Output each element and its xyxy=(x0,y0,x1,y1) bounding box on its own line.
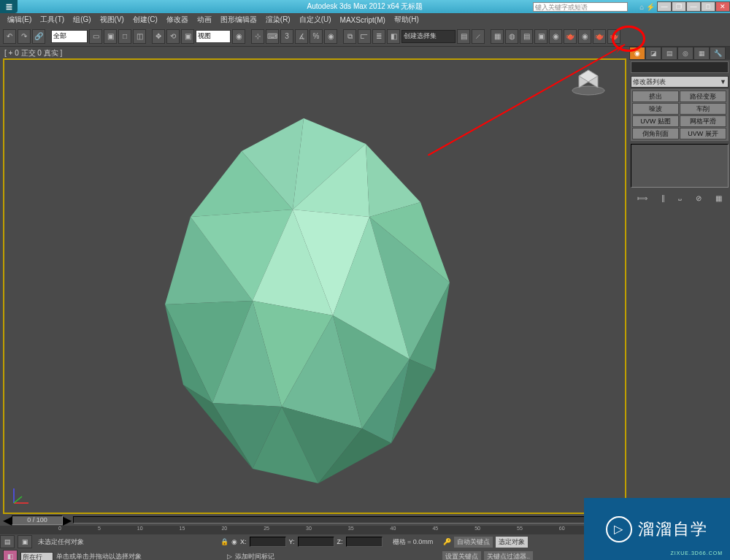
menu-modifiers[interactable]: 修改器 xyxy=(162,15,193,25)
ribbon-button[interactable]: ◧ xyxy=(387,29,400,44)
mirror-button[interactable]: ⧉ xyxy=(343,29,356,44)
lock-icon[interactable]: 🔒 xyxy=(220,538,228,545)
remove-mod-icon[interactable]: ⊘ xyxy=(696,194,702,202)
search-input[interactable]: 键入关键字或短语 xyxy=(533,2,628,12)
configure-icon[interactable]: ▦ xyxy=(715,194,722,202)
layer-mgr-button[interactable]: ▤ xyxy=(457,29,470,44)
autokey-button[interactable]: 自动关键点 xyxy=(454,537,493,548)
select-button[interactable]: ▭ xyxy=(89,29,102,44)
viewcube[interactable] xyxy=(570,67,607,96)
undo-button[interactable]: ↶ xyxy=(3,29,16,44)
modifier-bevelprofile[interactable]: 倒角剖面 xyxy=(632,128,679,139)
restore-button[interactable]: ❐ xyxy=(672,1,686,12)
align-button[interactable]: ⫍ xyxy=(358,29,371,44)
angle-snap-button[interactable]: ∡ xyxy=(295,29,308,44)
move-button[interactable]: ✥ xyxy=(152,29,165,44)
isolate-icon[interactable]: ◉ xyxy=(231,538,237,545)
row-dropdown[interactable]: 所在行 xyxy=(20,552,53,561)
modify-tab[interactable]: ◪ xyxy=(645,47,661,60)
render-setup-button[interactable]: ▤ xyxy=(520,29,533,44)
menu-render[interactable]: 渲染(R) xyxy=(261,15,295,25)
menu-view[interactable]: 视图(V) xyxy=(96,15,128,25)
trackbar-icon[interactable]: ◧ xyxy=(3,550,18,560)
add-timetag-label[interactable]: 添加时间标记 xyxy=(235,552,439,561)
watermark-logo-icon: ▷ xyxy=(606,516,632,542)
pivot-button[interactable]: ◉ xyxy=(232,29,245,44)
render-preset-button[interactable]: 🫖 xyxy=(593,29,606,44)
redo-button[interactable]: ↷ xyxy=(18,29,31,44)
schematic-button[interactable]: ▦ xyxy=(491,29,504,44)
utilities-tab[interactable]: 🔧 xyxy=(710,47,726,60)
scale-button[interactable]: ▣ xyxy=(181,29,194,44)
ref-coord-dropdown[interactable]: 视图 xyxy=(196,30,231,43)
minimize2-button[interactable]: — xyxy=(686,1,701,12)
modifier-stack[interactable] xyxy=(631,144,729,188)
z-coord[interactable] xyxy=(346,537,383,547)
modifier-list-dropdown[interactable]: 修改器列表▼ xyxy=(631,76,729,88)
menu-edit[interactable]: 编辑(E) xyxy=(3,15,36,25)
time-right-button[interactable]: ▶ xyxy=(63,513,72,527)
manipulate-button[interactable]: ⊹ xyxy=(251,29,264,44)
modifier-pathdeform[interactable]: 路径变形 xyxy=(680,91,726,102)
menu-tools[interactable]: 工具(T) xyxy=(36,15,69,25)
key-icon[interactable]: 🔑 xyxy=(443,538,451,545)
named-sel-dropdown[interactable]: 创建选择集 xyxy=(402,30,456,43)
render-button[interactable]: ◉ xyxy=(549,29,562,44)
geosphere-object[interactable] xyxy=(128,100,479,514)
teapot-button[interactable]: 🫖 xyxy=(607,29,620,44)
menu-graph[interactable]: 图形编辑器 xyxy=(216,15,261,25)
viewport[interactable] xyxy=(3,58,626,514)
menu-customize[interactable]: 自定义(U) xyxy=(295,15,336,25)
make-unique-icon[interactable]: ⩊ xyxy=(678,194,682,202)
menu-maxscript[interactable]: MAXScript(M) xyxy=(336,16,390,24)
curve-editor-button[interactable]: ⟋ xyxy=(472,29,485,44)
material-editor-button[interactable]: ◍ xyxy=(505,29,518,44)
modifier-uvwmap[interactable]: UVW 贴图 xyxy=(632,115,679,127)
listener-icon[interactable]: ▣ xyxy=(18,535,32,548)
maximize-button[interactable]: □ xyxy=(701,1,715,12)
modifier-uvwunwrap[interactable]: UVW 展开 xyxy=(680,128,726,139)
motion-tab[interactable]: ◎ xyxy=(677,47,694,60)
minimize-button[interactable]: — xyxy=(657,1,672,12)
time-position[interactable]: 0 / 100 xyxy=(12,515,63,525)
y-coord[interactable] xyxy=(298,537,334,547)
setkey-button[interactable]: 设置关键点 xyxy=(442,551,481,561)
app-logo[interactable]: ☰ xyxy=(0,0,18,13)
layer-button[interactable]: ≣ xyxy=(372,29,385,44)
menu-animation[interactable]: 动画 xyxy=(193,15,216,25)
modifier-noise[interactable]: 噪波 xyxy=(632,103,679,115)
keyfilter-button[interactable]: 关键点过滤器.. xyxy=(484,551,533,561)
percent-snap-button[interactable]: % xyxy=(310,29,323,44)
snap-button[interactable]: 3 xyxy=(280,29,293,44)
select-name-button[interactable]: ▣ xyxy=(104,29,117,44)
menu-group[interactable]: 组(G) xyxy=(69,15,95,25)
show-result-icon[interactable]: ‖ xyxy=(661,194,665,202)
viewport-label[interactable]: [ + 0 正交 0 真实 ] xyxy=(0,47,629,58)
create-tab[interactable]: ◉ xyxy=(629,47,645,60)
menu-help[interactable]: 帮助(H) xyxy=(390,15,423,25)
spinner-snap-button[interactable]: ◉ xyxy=(324,29,337,44)
time-left-button[interactable]: ◀ xyxy=(3,513,12,527)
render-prod-button[interactable]: ◉ xyxy=(578,29,591,44)
keyboard-button[interactable]: ⌨ xyxy=(266,29,279,44)
modifier-extrude[interactable]: 挤出 xyxy=(632,91,679,102)
rotate-button[interactable]: ⟲ xyxy=(166,29,180,44)
maxscript-icon[interactable]: ▤ xyxy=(0,535,15,548)
x-coord[interactable] xyxy=(250,537,286,547)
modifier-lathe[interactable]: 车削 xyxy=(680,103,726,115)
hierarchy-tab[interactable]: ▤ xyxy=(661,47,677,60)
menu-create[interactable]: 创建(C) xyxy=(128,15,162,25)
filter-dropdown[interactable]: 全部 xyxy=(51,30,88,43)
modifier-meshsmooth[interactable]: 网格平滑 xyxy=(680,115,726,127)
window-crossing-button[interactable]: ◫ xyxy=(133,29,146,44)
pin-stack-icon[interactable]: ⟾ xyxy=(637,194,648,202)
object-name-field[interactable] xyxy=(631,61,729,73)
link-button[interactable]: 🔗 xyxy=(32,29,45,44)
render-frame-button[interactable]: ▣ xyxy=(534,29,548,44)
quick-render-button[interactable]: 🫖 xyxy=(564,29,577,44)
close-button[interactable]: ✕ xyxy=(715,1,730,12)
selected-button[interactable]: 选定对象 xyxy=(496,537,528,548)
display-tab[interactable]: ▦ xyxy=(694,47,710,60)
rect-select-button[interactable]: □ xyxy=(118,29,131,44)
timetag-icon[interactable]: ▷ xyxy=(227,553,232,560)
